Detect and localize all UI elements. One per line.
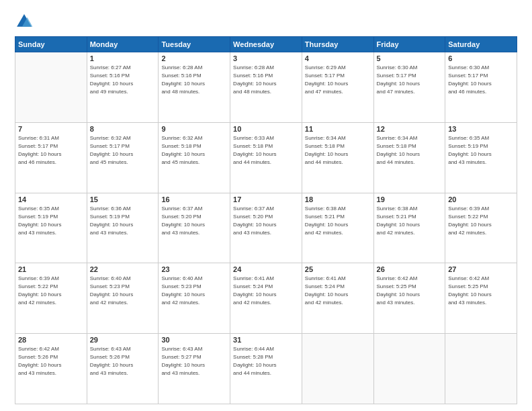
day-number: 29: [90, 336, 156, 344]
calendar-cell: 31Sunrise: 6:44 AMSunset: 5:28 PMDayligh…: [230, 334, 302, 404]
calendar-cell: 6Sunrise: 6:30 AMSunset: 5:17 PMDaylight…: [445, 52, 517, 123]
day-info: Sunrise: 6:43 AMSunset: 5:27 PMDaylight:…: [161, 345, 227, 377]
calendar-cell: 13Sunrise: 6:35 AMSunset: 5:19 PMDayligh…: [445, 122, 517, 193]
day-info: Sunrise: 6:40 AMSunset: 5:23 PMDaylight:…: [161, 275, 227, 307]
day-number: 31: [233, 336, 299, 344]
day-info: Sunrise: 6:33 AMSunset: 5:18 PMDaylight:…: [233, 134, 299, 167]
calendar-cell: 1Sunrise: 6:27 AMSunset: 5:16 PMDaylight…: [87, 52, 159, 123]
calendar-cell: 28Sunrise: 6:42 AMSunset: 5:26 PMDayligh…: [15, 334, 87, 404]
day-number: 9: [161, 125, 227, 133]
day-info: Sunrise: 6:42 AMSunset: 5:26 PMDaylight:…: [18, 345, 84, 377]
calendar-cell: 3Sunrise: 6:28 AMSunset: 5:16 PMDaylight…: [230, 52, 302, 123]
calendar-cell: 2Sunrise: 6:28 AMSunset: 5:16 PMDaylight…: [159, 52, 230, 123]
week-row-3: 14Sunrise: 6:35 AMSunset: 5:19 PMDayligh…: [15, 193, 517, 263]
day-number: 25: [305, 265, 371, 273]
column-header-wednesday: Wednesday: [230, 37, 302, 52]
day-info: Sunrise: 6:32 AMSunset: 5:18 PMDaylight:…: [161, 134, 227, 167]
day-number: 16: [161, 195, 227, 203]
day-number: 22: [90, 265, 156, 273]
day-number: 4: [305, 54, 371, 62]
day-info: Sunrise: 6:30 AMSunset: 5:17 PMDaylight:…: [448, 64, 514, 96]
day-info: Sunrise: 6:36 AMSunset: 5:19 PMDaylight:…: [90, 205, 156, 237]
week-row-4: 21Sunrise: 6:39 AMSunset: 5:22 PMDayligh…: [15, 263, 517, 334]
calendar-cell: [302, 334, 373, 404]
day-number: 1: [90, 54, 156, 62]
calendar-cell: 17Sunrise: 6:37 AMSunset: 5:20 PMDayligh…: [230, 193, 302, 263]
day-number: 11: [305, 125, 371, 133]
day-info: Sunrise: 6:41 AMSunset: 5:24 PMDaylight:…: [305, 275, 371, 307]
calendar-cell: 5Sunrise: 6:30 AMSunset: 5:17 PMDaylight…: [373, 52, 445, 123]
calendar-cell: 22Sunrise: 6:40 AMSunset: 5:23 PMDayligh…: [87, 263, 159, 334]
calendar-cell: [15, 52, 87, 123]
day-number: 10: [233, 125, 299, 133]
calendar-cell: 27Sunrise: 6:42 AMSunset: 5:25 PMDayligh…: [445, 263, 517, 334]
calendar-cell: 19Sunrise: 6:38 AMSunset: 5:21 PMDayligh…: [373, 193, 445, 263]
day-info: Sunrise: 6:38 AMSunset: 5:21 PMDaylight:…: [377, 205, 443, 237]
calendar-cell: 12Sunrise: 6:34 AMSunset: 5:18 PMDayligh…: [373, 122, 445, 193]
calendar-cell: 30Sunrise: 6:43 AMSunset: 5:27 PMDayligh…: [159, 334, 230, 404]
day-number: 8: [90, 125, 156, 133]
day-info: Sunrise: 6:37 AMSunset: 5:20 PMDaylight:…: [161, 205, 227, 237]
day-number: 2: [161, 54, 227, 62]
day-info: Sunrise: 6:39 AMSunset: 5:22 PMDaylight:…: [448, 205, 514, 237]
day-info: Sunrise: 6:42 AMSunset: 5:25 PMDaylight:…: [448, 275, 514, 307]
day-number: 24: [233, 265, 299, 273]
day-number: 28: [18, 336, 84, 344]
day-info: Sunrise: 6:28 AMSunset: 5:16 PMDaylight:…: [233, 64, 299, 96]
calendar-cell: 14Sunrise: 6:35 AMSunset: 5:19 PMDayligh…: [15, 193, 87, 263]
day-info: Sunrise: 6:34 AMSunset: 5:18 PMDaylight:…: [377, 134, 443, 167]
day-info: Sunrise: 6:30 AMSunset: 5:17 PMDaylight:…: [377, 64, 443, 96]
day-info: Sunrise: 6:44 AMSunset: 5:28 PMDaylight:…: [233, 345, 299, 377]
logo-icon: [15, 12, 34, 31]
calendar-cell: 29Sunrise: 6:43 AMSunset: 5:26 PMDayligh…: [87, 334, 159, 404]
calendar-cell: 9Sunrise: 6:32 AMSunset: 5:18 PMDaylight…: [159, 122, 230, 193]
column-header-saturday: Saturday: [445, 37, 517, 52]
column-header-friday: Friday: [373, 37, 445, 52]
calendar-cell: 26Sunrise: 6:42 AMSunset: 5:25 PMDayligh…: [373, 263, 445, 334]
day-number: 14: [18, 195, 84, 203]
calendar-cell: 15Sunrise: 6:36 AMSunset: 5:19 PMDayligh…: [87, 193, 159, 263]
day-info: Sunrise: 6:37 AMSunset: 5:20 PMDaylight:…: [233, 205, 299, 237]
day-number: 18: [305, 195, 371, 203]
calendar-table: SundayMondayTuesdayWednesdayThursdayFrid…: [15, 36, 517, 404]
calendar-cell: [445, 334, 517, 404]
day-info: Sunrise: 6:32 AMSunset: 5:17 PMDaylight:…: [90, 134, 156, 167]
page: SundayMondayTuesdayWednesdayThursdayFrid…: [0, 0, 532, 411]
day-info: Sunrise: 6:35 AMSunset: 5:19 PMDaylight:…: [18, 205, 84, 237]
header: [15, 12, 517, 31]
calendar-cell: [373, 334, 445, 404]
day-number: 19: [377, 195, 443, 203]
calendar-cell: 8Sunrise: 6:32 AMSunset: 5:17 PMDaylight…: [87, 122, 159, 193]
calendar-cell: 18Sunrise: 6:38 AMSunset: 5:21 PMDayligh…: [302, 193, 373, 263]
day-info: Sunrise: 6:38 AMSunset: 5:21 PMDaylight:…: [305, 205, 371, 237]
calendar-cell: 10Sunrise: 6:33 AMSunset: 5:18 PMDayligh…: [230, 122, 302, 193]
day-number: 7: [18, 125, 84, 133]
day-info: Sunrise: 6:41 AMSunset: 5:24 PMDaylight:…: [233, 275, 299, 307]
day-number: 26: [377, 265, 443, 273]
day-info: Sunrise: 6:29 AMSunset: 5:17 PMDaylight:…: [305, 64, 371, 96]
day-number: 20: [448, 195, 514, 203]
day-info: Sunrise: 6:28 AMSunset: 5:16 PMDaylight:…: [161, 64, 227, 96]
day-number: 23: [161, 265, 227, 273]
calendar-cell: 23Sunrise: 6:40 AMSunset: 5:23 PMDayligh…: [159, 263, 230, 334]
column-header-thursday: Thursday: [302, 37, 373, 52]
calendar-header-row: SundayMondayTuesdayWednesdayThursdayFrid…: [15, 37, 517, 52]
day-info: Sunrise: 6:42 AMSunset: 5:25 PMDaylight:…: [377, 275, 443, 307]
day-number: 27: [448, 265, 514, 273]
day-number: 13: [448, 125, 514, 133]
calendar-cell: 24Sunrise: 6:41 AMSunset: 5:24 PMDayligh…: [230, 263, 302, 334]
calendar-cell: 4Sunrise: 6:29 AMSunset: 5:17 PMDaylight…: [302, 52, 373, 123]
calendar-cell: 25Sunrise: 6:41 AMSunset: 5:24 PMDayligh…: [302, 263, 373, 334]
day-info: Sunrise: 6:35 AMSunset: 5:19 PMDaylight:…: [448, 134, 514, 167]
day-number: 30: [161, 336, 227, 344]
day-number: 21: [18, 265, 84, 273]
column-header-monday: Monday: [87, 37, 159, 52]
column-header-sunday: Sunday: [15, 37, 87, 52]
calendar-cell: 11Sunrise: 6:34 AMSunset: 5:18 PMDayligh…: [302, 122, 373, 193]
day-info: Sunrise: 6:43 AMSunset: 5:26 PMDaylight:…: [90, 345, 156, 377]
calendar-cell: 7Sunrise: 6:31 AMSunset: 5:17 PMDaylight…: [15, 122, 87, 193]
day-number: 5: [377, 54, 443, 62]
calendar-cell: 20Sunrise: 6:39 AMSunset: 5:22 PMDayligh…: [445, 193, 517, 263]
day-info: Sunrise: 6:39 AMSunset: 5:22 PMDaylight:…: [18, 275, 84, 307]
calendar-cell: 21Sunrise: 6:39 AMSunset: 5:22 PMDayligh…: [15, 263, 87, 334]
